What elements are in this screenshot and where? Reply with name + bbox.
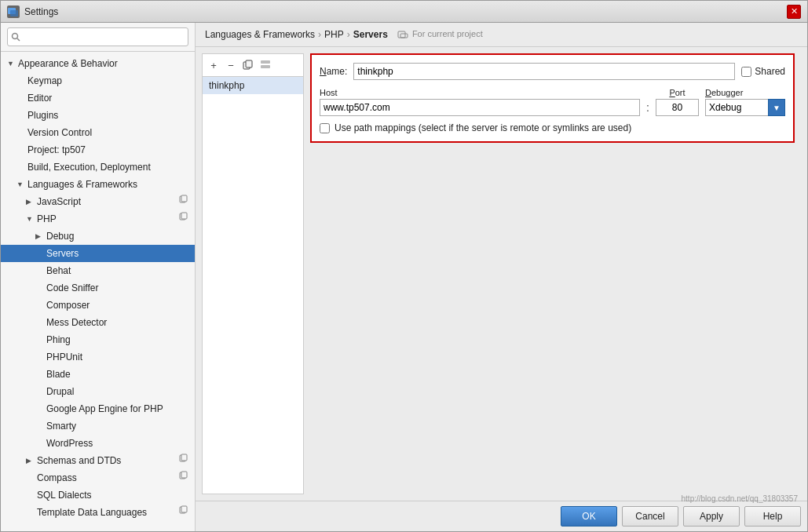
window-icon xyxy=(7,5,20,18)
move-server-button[interactable] xyxy=(258,57,273,73)
move-icon xyxy=(260,60,271,71)
svg-rect-15 xyxy=(400,34,408,38)
svg-rect-17 xyxy=(246,60,252,67)
sidebar-item-lang-frameworks[interactable]: Languages & Frameworks xyxy=(1,176,195,193)
bottom-bar: OK Cancel Apply Help xyxy=(196,501,807,531)
path-mapping-checkbox[interactable] xyxy=(320,123,330,133)
sidebar-item-label: Editor xyxy=(27,91,52,105)
svg-rect-13 xyxy=(181,506,187,512)
sidebar-copy-icon xyxy=(179,212,188,226)
copy-server-button[interactable] xyxy=(240,57,256,73)
sidebar-copy-icon xyxy=(179,195,188,209)
window-title: Settings xyxy=(24,6,787,17)
breadcrumb-sep-1: › xyxy=(318,29,321,40)
sidebar-item-version-control[interactable]: Version Control xyxy=(1,124,195,141)
search-wrap xyxy=(7,27,188,46)
sidebar-item-appearance[interactable]: Appearance & Behavior xyxy=(1,55,195,72)
sidebar-item-phpunit[interactable]: PHPUnit xyxy=(1,348,195,366)
sidebar-item-template-data[interactable]: Template Data Languages xyxy=(1,504,195,521)
sidebar-item-google-app-engine[interactable]: Google App Engine for PHP xyxy=(1,400,195,417)
sidebar-item-compass[interactable]: Compass xyxy=(1,469,195,486)
debugger-col: Debugger ▼ xyxy=(705,88,785,116)
sidebar-item-servers[interactable]: Servers xyxy=(1,245,195,262)
ok-button[interactable]: OK xyxy=(561,506,617,527)
breadcrumb-sep-2: › xyxy=(347,29,350,40)
help-button[interactable]: Help xyxy=(744,506,801,527)
sidebar-item-blade[interactable]: Blade xyxy=(1,366,195,383)
svg-point-2 xyxy=(13,34,18,39)
name-input[interactable] xyxy=(353,63,735,80)
sidebar-item-phing[interactable]: Phing xyxy=(1,331,195,348)
shared-checkbox[interactable] xyxy=(741,67,751,77)
close-button[interactable]: ✕ xyxy=(787,5,801,19)
server-list-items: thinkphp xyxy=(203,77,303,494)
sidebar-item-drupal[interactable]: Drupal xyxy=(1,383,195,400)
server-list-item[interactable]: thinkphp xyxy=(203,77,303,94)
sidebar-item-code-sniffer[interactable]: Code Sniffer xyxy=(1,279,195,297)
sidebar-item-label: Google App Engine for PHP xyxy=(46,402,163,416)
sidebar-item-label: Code Sniffer xyxy=(46,281,99,295)
sidebar-copy-icon xyxy=(179,505,188,519)
sidebar-item-label: Mess Detector xyxy=(46,315,107,330)
sidebar-item-editor[interactable]: Editor xyxy=(1,89,195,107)
port-input[interactable] xyxy=(656,99,699,116)
svg-rect-9 xyxy=(181,454,187,461)
add-server-button[interactable]: + xyxy=(206,57,221,73)
sidebar-item-label: Template Data Languages xyxy=(37,505,147,519)
sidebar-item-label: Composer xyxy=(46,298,90,312)
sidebar-item-behat[interactable]: Behat xyxy=(1,262,195,279)
right-panel: Languages & Frameworks › PHP › Servers F… xyxy=(196,23,807,531)
apply-button[interactable]: Apply xyxy=(683,506,740,527)
svg-rect-19 xyxy=(261,65,270,68)
server-detail-box: Name: Shared Host xyxy=(310,53,795,143)
sidebar-item-javascript[interactable]: JavaScript xyxy=(1,193,195,210)
titlebar: Settings ✕ xyxy=(1,1,807,23)
sidebar-item-label: Keymap xyxy=(27,74,62,88)
sidebar-item-label: Plugins xyxy=(27,108,58,122)
sidebar-item-label: Smarty xyxy=(46,419,76,433)
sidebar-item-label: Servers xyxy=(46,246,79,261)
port-label: Port xyxy=(669,88,685,97)
main-content: Appearance & BehaviorKeymapEditorPlugins… xyxy=(1,23,807,531)
sidebar-item-label: Phing xyxy=(46,333,71,347)
sidebar-item-debug[interactable]: Debug xyxy=(1,228,195,245)
sidebar-item-label: Blade xyxy=(46,367,71,381)
breadcrumb-part-2: PHP xyxy=(324,29,344,40)
sidebar-item-schemas[interactable]: Schemas and DTDs xyxy=(1,452,195,469)
debugger-dropdown-button[interactable]: ▼ xyxy=(768,99,785,116)
search-input[interactable] xyxy=(7,27,188,46)
cancel-button[interactable]: Cancel xyxy=(622,506,678,527)
remove-server-button[interactable]: − xyxy=(223,57,239,73)
sidebar-item-plugins[interactable]: Plugins xyxy=(1,107,195,124)
sidebar-item-label: Languages & Frameworks xyxy=(27,177,137,191)
sidebar-item-sql-dialects[interactable]: SQL Dialects xyxy=(1,486,195,504)
sidebar-item-mess-detector[interactable]: Mess Detector xyxy=(1,314,195,331)
sidebar-item-label: Schemas and DTDs xyxy=(37,454,121,468)
sidebar-item-label: Behat xyxy=(46,264,71,278)
shared-label: Shared xyxy=(755,66,785,77)
search-icon xyxy=(11,32,20,42)
sidebar-item-label: Drupal xyxy=(46,384,74,399)
sidebar-item-smarty[interactable]: Smarty xyxy=(1,417,195,435)
server-list-panel: + − xyxy=(202,53,304,494)
search-bar xyxy=(1,23,195,52)
host-input[interactable] xyxy=(320,99,640,116)
sidebar-item-build[interactable]: Build, Execution, Deployment xyxy=(1,159,195,176)
sidebar-item-keymap[interactable]: Keymap xyxy=(1,72,195,89)
sidebar-item-php[interactable]: PHP xyxy=(1,210,195,228)
sidebar-item-project[interactable]: Project: tp507 xyxy=(1,141,195,159)
svg-rect-7 xyxy=(181,213,187,219)
sidebar-item-composer[interactable]: Composer xyxy=(1,297,195,314)
svg-rect-18 xyxy=(261,60,270,64)
sidebar-item-label: Compass xyxy=(37,471,77,485)
svg-rect-1 xyxy=(10,10,18,16)
host-port-row: Host : Port Debugger xyxy=(320,88,785,116)
port-col: Port xyxy=(656,88,699,116)
sidebar-item-label: PHP xyxy=(37,212,57,226)
name-row: Name: Shared xyxy=(320,63,785,80)
path-mapping-label: Use path mappings (select if the server … xyxy=(335,122,631,133)
sidebar-item-label: SQL Dialects xyxy=(37,488,92,502)
debugger-input[interactable] xyxy=(705,99,768,116)
sidebar-item-wordpress[interactable]: WordPress xyxy=(1,435,195,452)
sidebar-item-label: PHPUnit xyxy=(46,350,82,364)
